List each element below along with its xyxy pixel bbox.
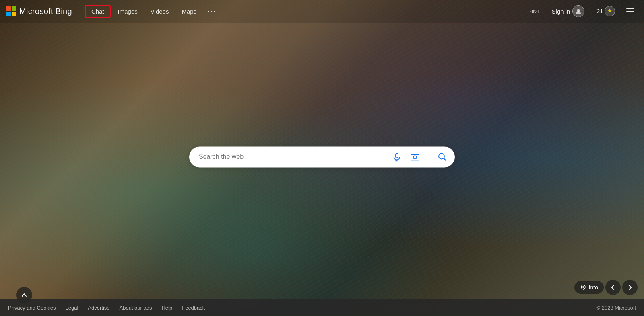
ms-logo-red (6, 6, 11, 11)
microphone-icon (392, 152, 401, 161)
sign-in-label: Sign in (552, 8, 570, 15)
logo-text: Microsoft Bing (19, 7, 72, 16)
info-button[interactable]: Info (574, 281, 604, 294)
svg-point-11 (582, 286, 584, 288)
search-divider (429, 152, 429, 162)
trophy-icon (607, 8, 613, 14)
magnify-icon (438, 152, 447, 161)
header-right: বাংলা Sign in 21 (527, 3, 638, 20)
footer-copyright: © 2023 Microsoft (597, 305, 636, 311)
info-label: Info (589, 284, 598, 291)
ms-logo-green (12, 6, 16, 11)
header: Microsoft Bing Chat Images Videos Maps ·… (0, 0, 644, 23)
footer-privacy[interactable]: Privacy and Cookies (8, 305, 56, 311)
ms-logo-yellow (12, 12, 16, 16)
location-pin-icon (580, 284, 586, 291)
reward-button[interactable]: 21 (593, 4, 618, 18)
user-icon (575, 8, 582, 14)
search-area (189, 146, 455, 167)
hamburger-line-1 (626, 8, 634, 9)
footer-links: Privacy and Cookies Legal Advertise Abou… (8, 305, 205, 311)
language-button[interactable]: বাংলা (527, 6, 543, 16)
footer-advertise[interactable]: Advertise (88, 305, 109, 311)
svg-line-9 (444, 158, 446, 161)
nav-videos[interactable]: Videos (145, 5, 175, 18)
reward-icon (605, 6, 615, 16)
footer-help[interactable]: Help (161, 305, 172, 311)
logo-area[interactable]: Microsoft Bing (6, 6, 72, 16)
nav-images[interactable]: Images (112, 5, 143, 18)
info-nav: Info (574, 280, 638, 295)
search-icons (391, 151, 448, 163)
chevron-left-icon (610, 284, 616, 291)
nav-maps[interactable]: Maps (176, 5, 202, 18)
ms-logo-blue (6, 12, 11, 16)
footer-about-ads[interactable]: About our ads (120, 305, 152, 311)
svg-point-5 (413, 156, 417, 159)
reward-count: 21 (597, 8, 603, 14)
chevron-right-icon (627, 284, 633, 291)
chevron-up-icon (21, 292, 27, 298)
hamburger-line-3 (626, 14, 634, 14)
nav-more[interactable]: ··· (204, 4, 220, 19)
search-box (189, 146, 455, 167)
hamburger-line-2 (626, 11, 634, 12)
main-nav: Chat Images Videos Maps ··· (85, 4, 527, 19)
footer-legal[interactable]: Legal (66, 305, 78, 311)
microsoft-logo (6, 6, 16, 16)
footer-feedback[interactable]: Feedback (182, 305, 205, 311)
footer: Privacy and Cookies Legal Advertise Abou… (0, 299, 644, 316)
search-input[interactable] (196, 153, 391, 160)
next-image-button[interactable] (622, 280, 638, 295)
visual-search-button[interactable] (409, 151, 421, 163)
search-button[interactable] (436, 151, 448, 163)
bottom-right-controls: Info (574, 280, 638, 295)
sign-in-button[interactable]: Sign in (548, 3, 589, 20)
svg-rect-6 (412, 154, 413, 155)
microphone-button[interactable] (391, 151, 403, 163)
prev-image-button[interactable] (605, 280, 621, 295)
hamburger-menu[interactable] (623, 4, 638, 18)
camera-search-icon (410, 152, 420, 161)
avatar (572, 5, 584, 17)
svg-rect-1 (396, 153, 398, 158)
nav-chat[interactable]: Chat (85, 5, 111, 18)
